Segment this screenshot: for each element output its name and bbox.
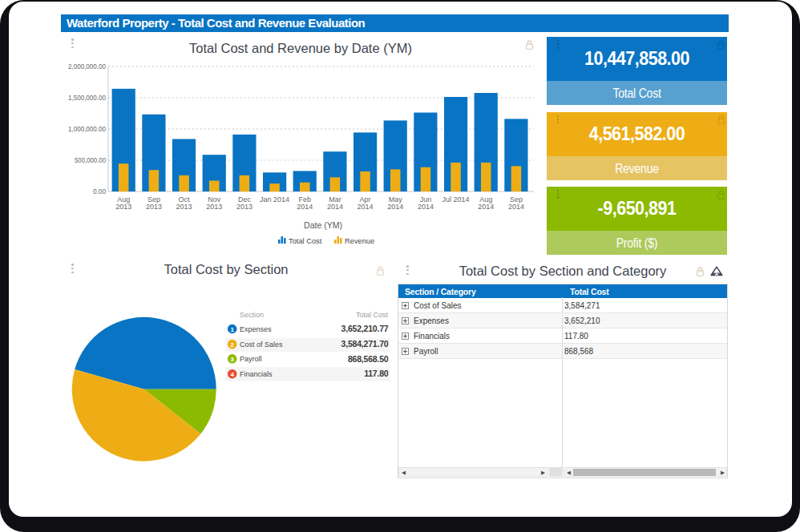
svg-text:500,000.00: 500,000.00 xyxy=(75,156,106,164)
svg-text:Financials: Financials xyxy=(240,370,273,378)
svg-text:2013: 2013 xyxy=(146,203,162,211)
svg-text:2: 2 xyxy=(230,341,234,349)
svg-text:Revenue: Revenue xyxy=(345,237,374,245)
svg-text:2014: 2014 xyxy=(418,203,434,211)
svg-text:3,652,210.77: 3,652,210.77 xyxy=(341,324,389,333)
svg-text:Payroll: Payroll xyxy=(240,355,262,363)
svg-text:Jul 2014: Jul 2014 xyxy=(442,195,470,204)
svg-text:Total Cost by Section: Total Cost by Section xyxy=(164,262,289,276)
svg-text:1,500,000.00: 1,500,000.00 xyxy=(68,94,106,102)
svg-text:Total Cost: Total Cost xyxy=(356,311,389,319)
svg-text:2013: 2013 xyxy=(236,203,253,211)
svg-text:Jan 2014: Jan 2014 xyxy=(260,195,289,204)
svg-text:2014: 2014 xyxy=(358,203,374,211)
svg-text:Section: Section xyxy=(240,311,264,319)
svg-text:1: 1 xyxy=(230,326,234,333)
svg-text:2,000,000.00: 2,000,000.00 xyxy=(68,62,106,71)
svg-text:Expenses: Expenses xyxy=(240,325,272,333)
svg-text:2013: 2013 xyxy=(206,203,222,211)
svg-text:Date (YM): Date (YM) xyxy=(304,220,342,230)
svg-text:Cost of Sales: Cost of Sales xyxy=(240,341,283,349)
svg-text:2014: 2014 xyxy=(327,203,343,211)
svg-text:Total Cost and Revenue by Date: Total Cost and Revenue by Date (YM) xyxy=(189,41,412,55)
svg-text:868,568.50: 868,568.50 xyxy=(348,354,389,364)
svg-text:4: 4 xyxy=(230,371,234,378)
svg-text:0.00: 0.00 xyxy=(93,187,106,195)
svg-text:2014: 2014 xyxy=(508,203,524,211)
svg-text:Total Cost: Total Cost xyxy=(289,237,322,245)
svg-text:2014: 2014 xyxy=(297,203,313,211)
svg-text:2014: 2014 xyxy=(478,203,494,211)
svg-text:1,000,000.00: 1,000,000.00 xyxy=(68,125,106,133)
svg-text:117.80: 117.80 xyxy=(364,369,389,378)
svg-text:2013: 2013 xyxy=(176,203,192,211)
svg-text:3,584,271.70: 3,584,271.70 xyxy=(341,339,389,349)
svg-text:3: 3 xyxy=(230,356,234,363)
svg-text:2013: 2013 xyxy=(115,203,131,211)
svg-text:2014: 2014 xyxy=(387,203,403,211)
